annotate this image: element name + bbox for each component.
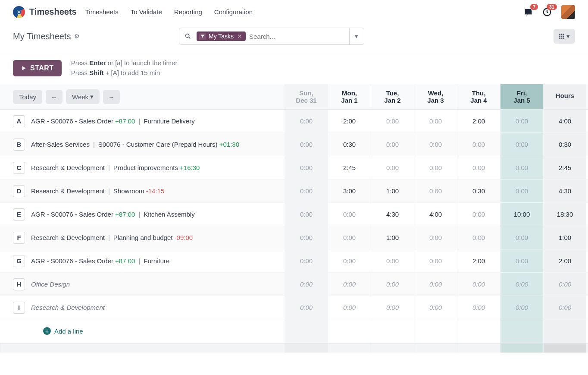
time-cell[interactable]: 0:30 — [457, 180, 500, 202]
row-key[interactable]: F — [13, 232, 25, 244]
time-cell[interactable]: 1:00 — [371, 180, 414, 202]
row-description[interactable]: Research & Development — [31, 304, 105, 311]
row-description[interactable]: Research & Development|Product improveme… — [31, 164, 200, 171]
time-cell[interactable]: 0:00 — [414, 110, 457, 132]
time-cell[interactable]: 0:00 — [328, 296, 371, 319]
time-cell[interactable]: 1:00 — [371, 226, 414, 249]
time-cell[interactable]: 2:00 — [328, 110, 371, 132]
messages-badge: 7 — [530, 4, 538, 10]
time-cell[interactable]: 0:00 — [414, 296, 457, 319]
time-cell[interactable]: 0:00 — [285, 133, 328, 156]
time-cell[interactable]: 0:00 — [285, 156, 328, 179]
time-cell[interactable]: 0:00 — [414, 133, 457, 156]
filter-chip-my-tasks[interactable]: My Tasks ✕ — [197, 32, 246, 41]
time-cell[interactable]: 0:00 — [285, 203, 328, 226]
day-header: Wed,Jan 3 — [414, 84, 457, 109]
time-cell[interactable]: 0:00 — [500, 296, 543, 319]
row-key[interactable]: C — [13, 162, 25, 174]
time-cell[interactable]: 0:00 — [285, 110, 328, 132]
time-cell[interactable]: 0:00 — [328, 203, 371, 226]
time-cell[interactable]: 0:00 — [500, 226, 543, 249]
app-logo-icon[interactable] — [13, 6, 25, 18]
time-cell[interactable]: 0:00 — [500, 249, 543, 272]
nav-to-validate[interactable]: To Validate — [131, 8, 162, 16]
time-cell[interactable]: 3:00 — [328, 180, 371, 202]
time-cell[interactable]: 0:00 — [328, 273, 371, 296]
period-selector[interactable]: Week▾ — [66, 89, 100, 104]
time-cell[interactable]: 2:00 — [457, 249, 500, 272]
view-switcher[interactable]: ▾ — [554, 29, 575, 44]
next-period-button[interactable]: → — [103, 90, 120, 104]
time-cell[interactable]: 0:00 — [500, 180, 543, 202]
time-cell[interactable]: 4:30 — [371, 203, 414, 226]
row-key[interactable]: G — [13, 255, 25, 267]
time-cell[interactable]: 0:00 — [500, 273, 543, 296]
time-cell[interactable]: 0:00 — [414, 180, 457, 202]
timer-hints: Press Enter or [a] to launch the timer P… — [71, 58, 178, 78]
search-bar[interactable]: My Tasks ✕ ▾ — [179, 28, 364, 45]
row-key[interactable]: I — [13, 302, 25, 314]
time-cell[interactable]: 0:00 — [457, 133, 500, 156]
row-description[interactable]: Research & Development|Showroom -14:15 — [31, 187, 164, 195]
row-total: 4:00 — [543, 110, 586, 132]
time-cell[interactable]: 2:00 — [457, 110, 500, 132]
time-cell[interactable]: 2:45 — [328, 156, 371, 179]
time-cell[interactable]: 0:00 — [285, 249, 328, 272]
prev-period-button[interactable]: ← — [46, 90, 63, 104]
row-description[interactable]: Office Design — [31, 280, 70, 288]
time-cell[interactable]: 0:00 — [500, 156, 543, 179]
time-cell[interactable]: 0:00 — [285, 273, 328, 296]
time-cell[interactable]: 0:00 — [457, 273, 500, 296]
time-cell[interactable]: 0:00 — [371, 110, 414, 132]
row-key[interactable]: D — [13, 185, 25, 197]
time-cell[interactable]: 0:00 — [457, 203, 500, 226]
time-cell[interactable]: 0:00 — [457, 226, 500, 249]
time-cell[interactable]: 0:00 — [457, 156, 500, 179]
row-description[interactable]: Research & Development|Planning and budg… — [31, 234, 193, 241]
time-cell[interactable]: 0:00 — [328, 249, 371, 272]
row-key[interactable]: B — [13, 139, 25, 151]
row-description[interactable]: AGR - S00076 - Sales Order +87:00|Furnit… — [31, 117, 195, 125]
row-key[interactable]: A — [13, 115, 25, 127]
add-line-button[interactable]: + Add a line — [0, 319, 285, 343]
gear-icon[interactable]: ⚙ — [74, 33, 80, 40]
search-input[interactable] — [249, 33, 349, 40]
time-cell[interactable]: 0:00 — [414, 226, 457, 249]
user-avatar[interactable] — [561, 5, 575, 19]
time-cell[interactable]: 0:00 — [285, 296, 328, 319]
time-cell[interactable]: 4:00 — [414, 203, 457, 226]
time-cell[interactable]: 0:00 — [414, 273, 457, 296]
time-cell[interactable]: 0:00 — [371, 249, 414, 272]
row-key[interactable]: E — [13, 208, 25, 221]
search-dropdown-toggle[interactable]: ▾ — [349, 28, 364, 44]
time-cell[interactable]: 10:00 — [500, 203, 543, 226]
row-description[interactable]: AGR - S00076 - Sales Order +87:00|Kitche… — [31, 211, 195, 218]
activities-icon[interactable]: 31 — [542, 7, 552, 17]
time-cell[interactable]: 0:00 — [328, 226, 371, 249]
time-cell[interactable]: 0:00 — [285, 226, 328, 249]
nav-configuration[interactable]: Configuration — [214, 8, 253, 16]
time-cell[interactable]: 0:00 — [457, 296, 500, 319]
time-cell[interactable]: 0:00 — [371, 273, 414, 296]
today-button[interactable]: Today — [13, 90, 42, 104]
messages-icon[interactable]: 7 — [523, 7, 533, 17]
time-cell[interactable]: 0:00 — [414, 249, 457, 272]
svg-rect-10 — [563, 38, 564, 39]
row-description[interactable]: After-Sales Services|S00076 - Customer C… — [31, 141, 239, 148]
time-cell[interactable]: 0:30 — [328, 133, 371, 156]
row-description[interactable]: AGR - S00076 - Sales Order +87:00|Furnit… — [31, 257, 169, 265]
time-cell[interactable]: 0:00 — [500, 110, 543, 132]
time-cell[interactable]: 0:00 — [371, 156, 414, 179]
time-cell[interactable]: 0:00 — [500, 133, 543, 156]
filter-chip-remove[interactable]: ✕ — [236, 33, 243, 40]
time-cell[interactable]: 0:00 — [371, 133, 414, 156]
filter-icon — [199, 33, 206, 40]
time-cell[interactable]: 0:00 — [285, 180, 328, 202]
start-button[interactable]: START — [13, 60, 62, 76]
row-key[interactable]: H — [13, 278, 25, 290]
play-icon — [21, 65, 27, 71]
nav-timesheets[interactable]: Timesheets — [85, 8, 119, 16]
time-cell[interactable]: 0:00 — [371, 296, 414, 319]
nav-reporting[interactable]: Reporting — [174, 8, 202, 16]
time-cell[interactable]: 0:00 — [414, 156, 457, 179]
